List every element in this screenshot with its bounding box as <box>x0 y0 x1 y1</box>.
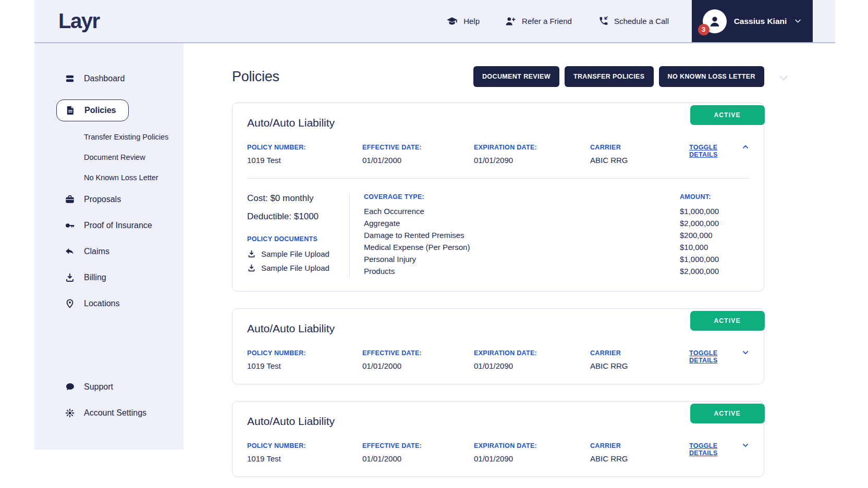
sidebar-item-label: Dashboard <box>84 74 125 83</box>
sidebar-item-support[interactable]: Support <box>65 382 113 392</box>
field-carrier: CARRIERABIC RRG <box>590 144 689 165</box>
policy-card-title: Auto/Auto Liability <box>247 117 749 129</box>
coverage-amount-value: $2,000,000 <box>680 217 749 229</box>
sidebar-subitem-no-known-loss-letter[interactable]: No Known Loss Letter <box>84 173 158 182</box>
chevron-up-icon <box>742 144 749 152</box>
coverage-amount-value: $1,000,000 <box>680 205 749 217</box>
field-label: CARRIER <box>590 349 689 357</box>
dashboard-icon <box>65 73 75 84</box>
field-value: 01/01/2000 <box>362 361 474 370</box>
field-policy-number: POLICY NUMBER:1019 Test <box>247 349 362 370</box>
header-nav: HelpRefer a FriendSchedule a Call <box>446 16 669 27</box>
sidebar-item-account-settings[interactable]: Account Settings <box>65 408 146 418</box>
chevron-down-icon <box>794 17 802 25</box>
action-buttons: DOCUMENT REVIEWTRANSFER POLICIESNO KNOWN… <box>473 66 764 87</box>
app-shell: Layr HelpRefer a FriendSchedule a Call 3… <box>34 0 835 488</box>
policy-card: ACTIVEAuto/Auto LiabilityPOLICY NUMBER:1… <box>232 308 764 384</box>
document-review-button[interactable]: DOCUMENT REVIEW <box>473 66 559 87</box>
field-label: EFFECTIVE DATE: <box>362 442 474 449</box>
coverage-amount-value: $1,000,000 <box>680 253 749 265</box>
toggle-details-label: TOGGLE DETAILS <box>689 144 738 158</box>
policy-fields-row: POLICY NUMBER:1019 TestEFFECTIVE DATE:01… <box>247 349 749 370</box>
amount-column: AMOUNT:$1,000,000$2,000,000$200,000$10,0… <box>680 193 749 278</box>
top-header: Layr HelpRefer a FriendSchedule a Call 3… <box>34 0 835 43</box>
header-nav-help[interactable]: Help <box>446 16 480 27</box>
sidebar-subitem-document-review[interactable]: Document Review <box>84 153 145 161</box>
field-value: 01/01/2000 <box>362 156 474 165</box>
field-value: ABIC RRG <box>590 454 689 463</box>
transfer-policies-button[interactable]: TRANSFER POLICIES <box>565 66 654 87</box>
field-policy-number: POLICY NUMBER:1019 Test <box>247 442 362 463</box>
coverage-amount-value: $200,000 <box>680 229 749 241</box>
sidebar-item-locations[interactable]: Locations <box>65 298 120 309</box>
document-name: Sample File Upload <box>261 249 329 258</box>
download-icon <box>247 249 256 258</box>
field-expiration-date: EXPIRATION DATE:01/01/2090 <box>474 349 590 370</box>
key-icon <box>65 220 75 231</box>
field-value: ABIC RRG <box>590 361 689 370</box>
sidebar-item-policies[interactable]: Policies <box>56 99 129 121</box>
document-download-link[interactable]: Sample File Upload <box>247 264 341 272</box>
header-nav-schedule-a-call[interactable]: Schedule a Call <box>597 16 669 27</box>
policy-cost-column: Cost: $0 monthlyDeductible: $1000POLICY … <box>247 193 349 278</box>
document-download-link[interactable]: Sample File Upload <box>247 249 341 258</box>
policy-fields-row: POLICY NUMBER:1019 TestEFFECTIVE DATE:01… <box>247 442 749 463</box>
briefcase-icon <box>65 194 75 205</box>
header-nav-refer-a-friend[interactable]: Refer a Friend <box>505 16 572 27</box>
coverage-type-value: Medical Expense (Per Person) <box>364 241 680 253</box>
field-value: 1019 Test <box>247 454 362 463</box>
field-effective-date: EFFECTIVE DATE:01/01/2000 <box>362 349 474 370</box>
chevron-down-icon <box>742 349 749 358</box>
sidebar-item-claims[interactable]: Claims <box>65 246 109 257</box>
policy-card-title: Auto/Auto Liability <box>247 415 749 428</box>
no-known-loss-letter-button[interactable]: NO KNOWN LOSS LETTER <box>659 66 764 87</box>
sidebar-item-label: Proof of Insurance <box>84 221 152 230</box>
coverage-type-value: Products <box>364 265 680 277</box>
user-menu[interactable]: 3 Cassius Kiani <box>692 0 813 42</box>
field-carrier: CARRIERABIC RRG <box>590 349 689 370</box>
field-value: 01/01/2000 <box>362 454 474 463</box>
field-expiration-date: EXPIRATION DATE:01/01/2090 <box>474 442 590 463</box>
field-value: 1019 Test <box>247 361 362 370</box>
coverage-section: COVERAGE TYPE:Each OccurrenceAggregateDa… <box>349 193 749 278</box>
notification-badge: 3 <box>698 24 710 35</box>
sidebar-item-proposals[interactable]: Proposals <box>65 194 121 205</box>
field-effective-date: EFFECTIVE DATE:01/01/2000 <box>362 442 474 463</box>
deductible-line: Deductible: $1000 <box>247 211 341 222</box>
toggle-details-link[interactable]: TOGGLE DETAILS <box>689 144 749 165</box>
field-value: 1019 Test <box>247 156 362 165</box>
sidebar-item-proof-of-insurance[interactable]: Proof of Insurance <box>65 220 152 231</box>
policy-details-section: Cost: $0 monthlyDeductible: $1000POLICY … <box>247 178 749 278</box>
download-icon <box>65 272 75 283</box>
toggle-details-label: TOGGLE DETAILS <box>689 349 738 364</box>
policies-icon <box>65 105 76 116</box>
field-value: ABIC RRG <box>590 156 689 165</box>
page-title: Policies <box>232 69 279 85</box>
field-label: CARRIER <box>590 442 689 449</box>
avatar: 3 <box>703 9 727 33</box>
field-label: EFFECTIVE DATE: <box>362 144 474 151</box>
chevron-down-icon <box>742 442 749 451</box>
toggle-details-link[interactable]: TOGGLE DETAILS <box>689 442 749 463</box>
user-name: Cassius Kiani <box>734 17 787 26</box>
sidebar-item-dashboard[interactable]: Dashboard <box>65 73 125 84</box>
location-pin-icon <box>65 298 75 309</box>
help-icon <box>446 16 458 27</box>
field-label: POLICY NUMBER: <box>247 442 362 449</box>
policy-fields-row: POLICY NUMBER:1019 TestEFFECTIVE DATE:01… <box>247 144 749 165</box>
field-effective-date: EFFECTIVE DATE:01/01/2000 <box>362 144 474 165</box>
field-label: EXPIRATION DATE: <box>474 144 590 151</box>
schedule-call-icon <box>597 16 608 27</box>
toggle-details-link[interactable]: TOGGLE DETAILS <box>689 349 749 370</box>
expand-chevron-icon[interactable] <box>778 72 789 86</box>
gear-icon <box>65 408 75 418</box>
document-name: Sample File Upload <box>261 264 329 272</box>
layr-logo[interactable]: Layr <box>58 9 100 33</box>
policy-card-title: Auto/Auto Liability <box>247 322 749 335</box>
field-label: CARRIER <box>590 144 689 151</box>
sidebar-subitem-transfer-existing-policies[interactable]: Transfer Existing Policies <box>84 133 168 141</box>
sidebar-item-billing[interactable]: Billing <box>65 272 106 283</box>
coverage-type-column: COVERAGE TYPE:Each OccurrenceAggregateDa… <box>364 193 680 278</box>
cost-line: Cost: $0 monthly <box>247 193 341 204</box>
field-value: 01/01/2090 <box>474 454 590 463</box>
